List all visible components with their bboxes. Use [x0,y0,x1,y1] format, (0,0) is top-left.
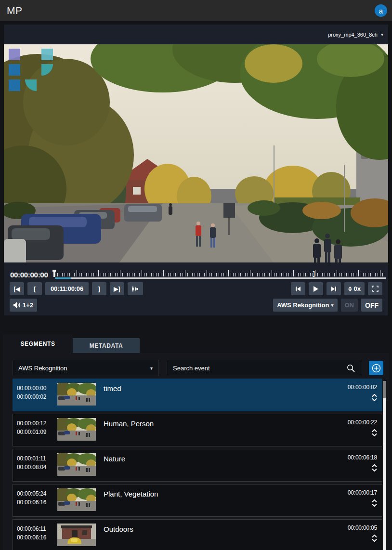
overlay-source-button[interactable]: AWS Rekognition ▾ [273,299,337,312]
segment-end-timecode: 00:00:06:16 [17,498,55,507]
waveform-toggle-button[interactable] [128,282,143,295]
playhead-marker[interactable] [53,270,55,277]
segment-right-column: 00:00:00:22 [348,418,378,436]
chevron-up-icon[interactable] [372,535,377,537]
segment-timecodes: 00:00:06:11 00:00:06:16 [17,524,55,542]
current-timecode: 00:00:00:00 [4,271,54,279]
out-point-marker[interactable]: ] [313,270,314,277]
video-scene [4,44,388,262]
speed-label: 0x [354,285,361,292]
mark-in-button[interactable]: [ [27,282,42,295]
segments-scrollbar-track[interactable] [383,381,386,550]
segment-start-timecode: 00:00:00:12 [17,419,55,428]
segment-timecodes: 00:00:05:24 00:00:06:16 [17,488,55,507]
goto-in-icon: [◀ [13,286,20,292]
add-segment-button[interactable] [369,361,383,375]
chevron-up-icon[interactable] [372,499,377,502]
speaker-icon [13,302,21,308]
chevron-down-icon[interactable] [372,398,377,401]
speed-arrows-icon [348,287,352,291]
mark-in-icon: [ [34,285,36,292]
goto-in-button[interactable]: [◀ [10,282,24,295]
out-timecode-display[interactable]: 00:11:00:06 [45,282,89,295]
segment-thumbnail [57,488,96,511]
user-avatar[interactable]: a [375,4,387,17]
timeline-ticks-major [55,270,386,276]
segment-right-column: 00:00:06:18 [348,453,378,471]
mark-out-icon: ] [98,285,100,292]
segment-thumbnail [57,453,96,476]
segments-scrollbar-thumb[interactable] [383,381,386,398]
segment-label: Nature [104,453,348,463]
chevron-down-icon[interactable] [372,539,377,542]
overlay-on-button[interactable]: ON [341,299,358,312]
fullscreen-button[interactable] [368,282,382,295]
chevron-down-icon[interactable] [372,504,377,507]
mark-out-button[interactable]: ] [92,282,106,295]
segment-duration: 00:00:00:17 [348,488,377,496]
tab-segments[interactable]: SEGMENTS [3,334,73,353]
chevron-up-icon[interactable] [372,464,377,467]
play-button[interactable] [309,282,323,295]
segment-start-timecode: 00:00:01:11 [17,454,55,463]
segment-adjust-controls [372,535,377,542]
timeline-progress-fill [55,277,71,279]
goto-out-button[interactable]: ▶] [110,282,124,295]
segments-filter-row: AWS Rekognition ▾ [13,360,383,376]
segment-right-column: 00:00:00:02 [348,383,378,401]
app-title: MP [7,5,23,16]
lower-tabs: SEGMENTS METADATA [3,334,140,353]
segment-row[interactable]: 00:00:06:11 00:00:06:16 Outdoors 00:00:0… [13,519,382,550]
chevron-down-icon: ▾ [381,32,383,37]
video-frame[interactable] [4,44,388,262]
goto-out-icon: ▶] [114,286,120,292]
search-icon[interactable] [347,364,355,372]
analysis-source-dropdown[interactable]: AWS Rekognition ▾ [13,360,159,376]
audio-channels-button[interactable]: 1+2 [10,299,37,312]
chevron-up-icon[interactable] [372,394,377,397]
segment-adjust-controls [372,499,377,507]
skip-back-icon [295,286,301,292]
segment-row[interactable]: 00:00:00:00 00:00:00:02 timed [13,379,382,411]
segment-label: Human, Person [104,418,348,428]
timeline-progress-track[interactable] [55,277,386,279]
playback-speed-button[interactable]: 0x [344,282,365,295]
add-circle-icon [372,364,381,373]
segment-row[interactable]: 00:00:01:11 00:00:08:04 Nature [13,449,382,482]
segments-panel: AWS Rekognition ▾ 00:00:00:00 00:00:00:0… [3,353,389,550]
timeline-ruler[interactable]: ] [54,266,386,279]
segment-timecodes: 00:00:01:11 00:00:08:04 [17,453,55,471]
chevron-down-icon[interactable] [372,433,377,436]
segment-start-timecode: 00:00:00:00 [17,384,55,393]
segment-end-timecode: 00:00:00:02 [17,393,55,401]
segment-row[interactable]: 00:00:05:24 00:00:06:16 Plant, Vegeta [13,484,382,517]
segment-end-timecode: 00:00:01:09 [17,428,55,436]
search-input[interactable] [173,365,347,372]
proxy-selector[interactable]: proxy_mp4_360_8ch ▾ [4,25,388,44]
chevron-down-icon[interactable] [372,469,377,471]
segment-timecodes: 00:00:00:12 00:00:01:09 [17,418,55,436]
tab-metadata[interactable]: METADATA [73,338,140,353]
segment-label: Plant, Vegetation [104,488,348,498]
segment-thumbnail [57,383,96,406]
segment-end-timecode: 00:00:06:16 [17,533,55,542]
top-bar: MP a [0,0,392,21]
player-panel: proxy_mp4_360_8ch ▾ [4,25,388,315]
transport-controls: [◀ [ 00:11:00:06 ] ▶] [4,282,388,295]
chevron-up-icon[interactable] [372,429,377,432]
segment-duration: 00:00:00:02 [348,383,377,391]
segment-row[interactable]: 00:00:00:12 00:00:01:09 Human, Person [13,414,382,446]
segment-adjust-controls [372,394,377,401]
segment-label: timed [104,383,348,393]
broadcaster-watermark-logo [5,47,55,97]
segment-timecodes: 00:00:00:00 00:00:00:02 [17,383,55,401]
previous-frame-button[interactable] [291,282,305,295]
segment-adjust-controls [372,429,377,436]
next-frame-button[interactable] [327,282,341,295]
overlay-off-button[interactable]: OFF [361,299,382,312]
segment-start-timecode: 00:00:06:11 [17,524,55,533]
overlay-source-label: AWS Rekognition [277,301,329,309]
segment-right-column: 00:00:00:05 [348,524,378,542]
audio-channels-label: 1+2 [23,301,33,309]
secondary-controls: 1+2 AWS Rekognition ▾ ON OFF [4,299,388,312]
